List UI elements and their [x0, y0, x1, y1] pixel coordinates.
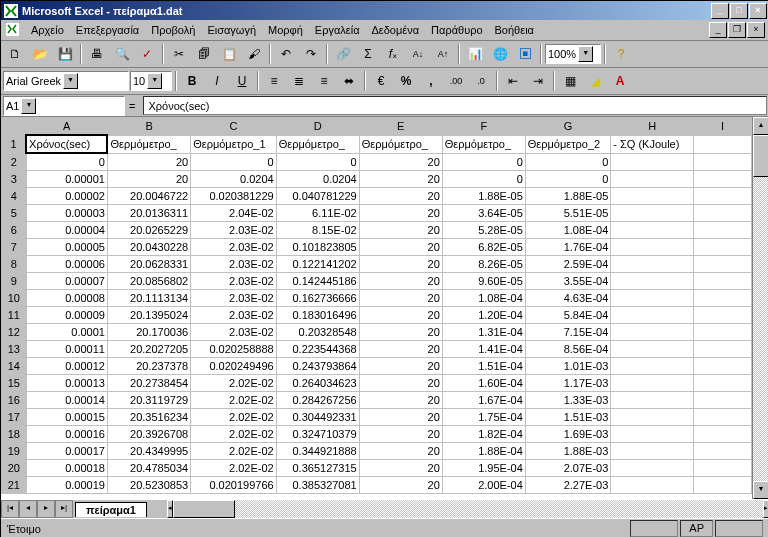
chevron-down-icon[interactable]: ▼: [63, 73, 78, 89]
cell[interactable]: 0.20328548: [276, 324, 359, 341]
cell[interactable]: [694, 171, 752, 188]
spreadsheet-grid[interactable]: ABCDEFGHI1Χρόνος(sec)Θερμόμετρο_Θερμόμετ…: [1, 117, 752, 499]
cell[interactable]: 20: [359, 222, 442, 239]
row-header[interactable]: 11: [2, 307, 27, 324]
cell[interactable]: 1.20E-04: [442, 307, 525, 324]
italic-button[interactable]: I: [205, 69, 229, 93]
cell[interactable]: 20: [359, 341, 442, 358]
chevron-down-icon[interactable]: ▼: [147, 73, 162, 89]
cell[interactable]: 0.00017: [26, 443, 107, 460]
cell[interactable]: 20: [359, 460, 442, 477]
cell[interactable]: 2.02E-02: [191, 426, 277, 443]
cell[interactable]: - ΣQ (KJoule): [611, 135, 694, 153]
cell[interactable]: 0: [442, 153, 525, 171]
percent-button[interactable]: %: [394, 69, 418, 93]
cell[interactable]: 0: [276, 153, 359, 171]
cell[interactable]: 8.26E-05: [442, 256, 525, 273]
cell[interactable]: 2.03E-02: [191, 222, 277, 239]
cell[interactable]: 20: [107, 153, 190, 171]
cell[interactable]: 20: [359, 375, 442, 392]
cell[interactable]: 0: [191, 153, 277, 171]
tab-nav-first[interactable]: |◂: [1, 500, 19, 518]
cell[interactable]: 20.5230853: [107, 477, 190, 494]
cell[interactable]: 3.64E-05: [442, 205, 525, 222]
cell[interactable]: 20.3119729: [107, 392, 190, 409]
cell[interactable]: 20: [107, 171, 190, 188]
cell[interactable]: [611, 443, 694, 460]
cell[interactable]: 0: [525, 171, 611, 188]
cell[interactable]: 0.304492331: [276, 409, 359, 426]
column-header[interactable]: F: [442, 118, 525, 136]
cell[interactable]: 20: [359, 290, 442, 307]
cell[interactable]: 0.00016: [26, 426, 107, 443]
cell[interactable]: 0.00008: [26, 290, 107, 307]
cell[interactable]: 6.82E-05: [442, 239, 525, 256]
cell[interactable]: 20: [359, 392, 442, 409]
cell[interactable]: 5.51E-05: [525, 205, 611, 222]
cell[interactable]: 0.00005: [26, 239, 107, 256]
cell[interactable]: 20.2027205: [107, 341, 190, 358]
row-header[interactable]: 6: [2, 222, 27, 239]
cell[interactable]: 0.0204: [191, 171, 277, 188]
cell[interactable]: [611, 273, 694, 290]
font-size-combo[interactable]: 10▼: [130, 71, 172, 91]
cell[interactable]: 2.02E-02: [191, 375, 277, 392]
chevron-down-icon[interactable]: ▼: [578, 46, 593, 62]
tab-nav-last[interactable]: ▸|: [55, 500, 73, 518]
cell[interactable]: [611, 239, 694, 256]
cell[interactable]: [611, 153, 694, 171]
cell[interactable]: 1.88E-05: [442, 188, 525, 205]
cell[interactable]: 2.02E-02: [191, 443, 277, 460]
cell[interactable]: 0.020199766: [191, 477, 277, 494]
scroll-thumb[interactable]: [753, 135, 768, 177]
cell[interactable]: 0.00009: [26, 307, 107, 324]
row-header[interactable]: 12: [2, 324, 27, 341]
menu-window[interactable]: Παράθυρο: [425, 22, 488, 38]
cell[interactable]: 0.040781229: [276, 188, 359, 205]
cell[interactable]: 4.63E-04: [525, 290, 611, 307]
cell[interactable]: [611, 307, 694, 324]
spellcheck-button[interactable]: ✓: [135, 42, 159, 66]
cell[interactable]: [694, 375, 752, 392]
cell[interactable]: 1.69E-03: [525, 426, 611, 443]
menu-edit[interactable]: Επεξεργασία: [70, 22, 145, 38]
name-box[interactable]: A1▼: [3, 96, 125, 116]
menu-data[interactable]: Δεδομένα: [366, 22, 426, 38]
cell[interactable]: 0.00018: [26, 460, 107, 477]
cell[interactable]: [694, 409, 752, 426]
cell[interactable]: [694, 188, 752, 205]
align-center-button[interactable]: ≣: [287, 69, 311, 93]
cell[interactable]: Θερμόμετρο_: [276, 135, 359, 153]
cell[interactable]: Θερμόμετρο_2: [525, 135, 611, 153]
cell[interactable]: 0.142445186: [276, 273, 359, 290]
cell[interactable]: [694, 392, 752, 409]
borders-button[interactable]: ▦: [558, 69, 582, 93]
cell[interactable]: 8.15E-02: [276, 222, 359, 239]
cell[interactable]: 0.223544368: [276, 341, 359, 358]
cell[interactable]: 1.17E-03: [525, 375, 611, 392]
cell[interactable]: 0.101823805: [276, 239, 359, 256]
cell[interactable]: Χρόνος(sec): [26, 135, 107, 153]
font-combo[interactable]: Arial Greek▼: [3, 71, 129, 91]
cell[interactable]: 0.324710379: [276, 426, 359, 443]
cell[interactable]: 20.1113134: [107, 290, 190, 307]
cell[interactable]: [611, 290, 694, 307]
column-header[interactable]: A: [26, 118, 107, 136]
chart-button[interactable]: 📊: [463, 42, 487, 66]
row-header[interactable]: 2: [2, 153, 27, 171]
cell[interactable]: 2.03E-02: [191, 307, 277, 324]
cell[interactable]: 0.385327081: [276, 477, 359, 494]
cell[interactable]: [694, 460, 752, 477]
cell[interactable]: [694, 273, 752, 290]
cell[interactable]: 0.020381229: [191, 188, 277, 205]
cell[interactable]: 20.170036: [107, 324, 190, 341]
map-button[interactable]: 🌐: [488, 42, 512, 66]
cell[interactable]: 20: [359, 256, 442, 273]
bold-button[interactable]: B: [180, 69, 204, 93]
tab-nav-prev[interactable]: ◂: [19, 500, 37, 518]
save-button[interactable]: 💾: [53, 42, 77, 66]
increase-indent-button[interactable]: ⇥: [526, 69, 550, 93]
cell[interactable]: 0.00001: [26, 171, 107, 188]
cell[interactable]: 20.0136311: [107, 205, 190, 222]
cell[interactable]: 2.04E-02: [191, 205, 277, 222]
